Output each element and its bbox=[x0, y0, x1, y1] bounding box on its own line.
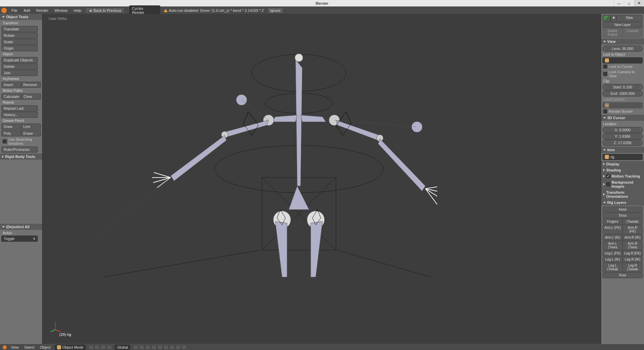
display-header[interactable]: Display bbox=[601, 161, 644, 167]
back-to-previous-button[interactable]: ◄ Back to Previous bbox=[85, 7, 124, 14]
object-tools-header[interactable]: Object Tools bbox=[0, 14, 42, 20]
manipulator-icon[interactable] bbox=[101, 345, 106, 350]
layer-1-icon[interactable] bbox=[133, 345, 138, 350]
rig-armr-ik-button[interactable]: Arm.R (IK) bbox=[623, 235, 643, 240]
menu-render[interactable]: Render bbox=[33, 8, 51, 13]
bb-view[interactable]: View bbox=[9, 345, 20, 349]
lens-field[interactable]: ‹Lens: 35.000› bbox=[603, 46, 643, 52]
insert-keyframe-button[interactable]: Insert bbox=[1, 82, 21, 88]
layers-icon[interactable] bbox=[107, 345, 112, 350]
motion-tracking-checkbox[interactable] bbox=[606, 174, 610, 178]
orientation-select[interactable]: Global bbox=[115, 345, 130, 350]
rig-head-button[interactable]: head bbox=[603, 207, 643, 212]
translate-button[interactable]: Translate bbox=[1, 26, 38, 32]
view-panel-header[interactable]: View bbox=[601, 38, 644, 45]
rig-arml-fk-button[interactable]: Arm.L (FK) bbox=[603, 225, 623, 234]
transform-orient-header[interactable]: Transform Orientations bbox=[601, 189, 644, 199]
render-preview-icon[interactable] bbox=[175, 345, 181, 350]
close-button[interactable]: ✕ bbox=[634, 0, 644, 6]
menu-help[interactable]: Help bbox=[71, 8, 84, 13]
rig-legl-tweak-button[interactable]: Leg.L (Tweak bbox=[603, 263, 623, 272]
gp-erase-button[interactable]: Erase bbox=[21, 130, 41, 136]
delete-frame-button[interactable]: Delete Frame bbox=[603, 28, 623, 37]
layer-4-icon[interactable] bbox=[151, 345, 157, 350]
lock-camera-checkbox[interactable] bbox=[603, 72, 607, 76]
cursor-x-field[interactable]: ‹X: 0.0000› bbox=[603, 127, 643, 133]
gp-poly-button[interactable]: Poly bbox=[1, 130, 21, 136]
origin-button[interactable]: Origin bbox=[1, 45, 38, 51]
new-layer-button[interactable]: New Layer bbox=[603, 22, 643, 28]
ignore-button[interactable]: Ignore bbox=[267, 7, 284, 14]
scale-button[interactable]: Scale bbox=[1, 39, 38, 45]
rig-legl-ik-button[interactable]: Leg.L (IK) bbox=[603, 257, 623, 262]
cursor-y-field[interactable]: ‹Y: 1.6386› bbox=[603, 133, 643, 139]
lock-object-input[interactable] bbox=[603, 57, 643, 63]
bb-select[interactable]: Select bbox=[23, 345, 36, 349]
rig-armr-fk-button[interactable]: Arm.R (FK) bbox=[623, 225, 643, 234]
render-border-checkbox[interactable] bbox=[603, 109, 607, 113]
maximize-button[interactable]: □ bbox=[624, 0, 634, 6]
bg-images-header[interactable]: Background Images bbox=[601, 179, 644, 189]
mode-select[interactable]: Object Mode bbox=[55, 345, 86, 350]
rotate-button[interactable]: Rotate bbox=[1, 32, 38, 38]
sketching-checkbox-row[interactable]: Use Sketching Sessions bbox=[1, 137, 41, 146]
menu-file[interactable]: File bbox=[9, 8, 20, 13]
rig-fingers-tweak-button[interactable]: (Tweak) bbox=[623, 219, 643, 224]
rig-armr-tweak-button[interactable]: Arm.R (Twea bbox=[623, 241, 643, 250]
layer-3-icon[interactable] bbox=[145, 345, 150, 350]
rig-layers-header[interactable]: Rig Layers bbox=[601, 199, 644, 206]
snap-icon[interactable] bbox=[163, 345, 169, 350]
lock-cursor-checkbox[interactable] bbox=[603, 64, 607, 69]
item-name-input[interactable]: rig bbox=[603, 154, 643, 160]
join-button[interactable]: Join bbox=[1, 70, 38, 76]
rig-fingers-button[interactable]: Fingers bbox=[603, 219, 623, 224]
snap-type-icon[interactable] bbox=[169, 345, 175, 350]
rig-legr-ik-button[interactable]: Leg.R (IK) bbox=[623, 257, 643, 262]
rigid-body-header[interactable]: Rigid Body Tools bbox=[0, 154, 42, 160]
delete-button[interactable]: Delete bbox=[1, 63, 38, 70]
remove-keyframe-button[interactable]: Remove bbox=[21, 82, 41, 88]
item-header[interactable]: Item bbox=[601, 147, 644, 153]
calculate-button[interactable]: Calculate bbox=[1, 93, 22, 100]
menu-add[interactable]: Add bbox=[21, 8, 33, 13]
duplicate-button[interactable]: Duplicate Objects bbox=[1, 57, 38, 63]
shading-header[interactable]: Shading bbox=[601, 167, 644, 173]
editor-type-icon[interactable] bbox=[3, 345, 7, 349]
action-select[interactable]: Toggle ⇅ bbox=[1, 236, 38, 242]
menu-window[interactable]: Window bbox=[52, 8, 70, 13]
gp-add-button[interactable]: ✚ bbox=[611, 15, 617, 22]
gp-line-button[interactable]: Line bbox=[21, 124, 41, 130]
motion-tracking-header[interactable]: Motion Tracking bbox=[601, 173, 644, 179]
rig-arml-tweak-button[interactable]: Arm.L (Twea bbox=[603, 241, 623, 250]
shading-icon[interactable] bbox=[88, 345, 94, 350]
clear-button[interactable]: Clear bbox=[22, 93, 41, 100]
pivot-icon[interactable] bbox=[94, 345, 100, 350]
lock-icon[interactable] bbox=[181, 345, 187, 350]
bg-images-checkbox[interactable] bbox=[606, 182, 610, 186]
gp-color-button[interactable] bbox=[603, 15, 611, 22]
rig-legr-tweak-button[interactable]: Leg.R (Tweak bbox=[623, 263, 643, 272]
3d-viewport[interactable]: User Ortho bbox=[43, 14, 601, 344]
rig-legr-fk-button[interactable]: Leg.R (FK) bbox=[623, 250, 643, 256]
rig-legl-fk-button[interactable]: Leg.L (FK) bbox=[603, 250, 623, 256]
rig-torso-button[interactable]: Torso bbox=[603, 213, 643, 218]
gp-draw-button[interactable]: Draw bbox=[1, 124, 21, 130]
local-camera-input[interactable] bbox=[603, 102, 643, 108]
3d-cursor-header[interactable]: 3D Cursor bbox=[601, 115, 644, 121]
bb-object[interactable]: Object bbox=[38, 345, 52, 349]
clip-end-field[interactable]: ‹End: 1000.000› bbox=[603, 90, 643, 97]
rig-arml-ik-button[interactable]: Arm.L (IK) bbox=[603, 235, 623, 240]
clip-start-field[interactable]: ‹Start: 0.100› bbox=[603, 84, 643, 90]
layer-5-icon[interactable] bbox=[157, 345, 163, 350]
sketching-checkbox[interactable] bbox=[3, 139, 7, 143]
convert-button[interactable]: Convert bbox=[623, 28, 643, 37]
cursor-z-field[interactable]: ‹Z: 17.0286› bbox=[603, 140, 643, 146]
minimize-button[interactable]: — bbox=[614, 0, 624, 6]
deselect-all-header[interactable]: (De)select All bbox=[0, 224, 42, 230]
history-button[interactable]: History... bbox=[1, 112, 38, 118]
ruler-button[interactable]: Ruler/Protractor bbox=[1, 146, 38, 153]
repeat-last-button[interactable]: Repeat Last bbox=[1, 105, 38, 111]
layer-2-icon[interactable] bbox=[139, 345, 144, 350]
new-gp-button[interactable]: New bbox=[617, 15, 643, 22]
rig-root-button[interactable]: Root bbox=[603, 272, 643, 278]
